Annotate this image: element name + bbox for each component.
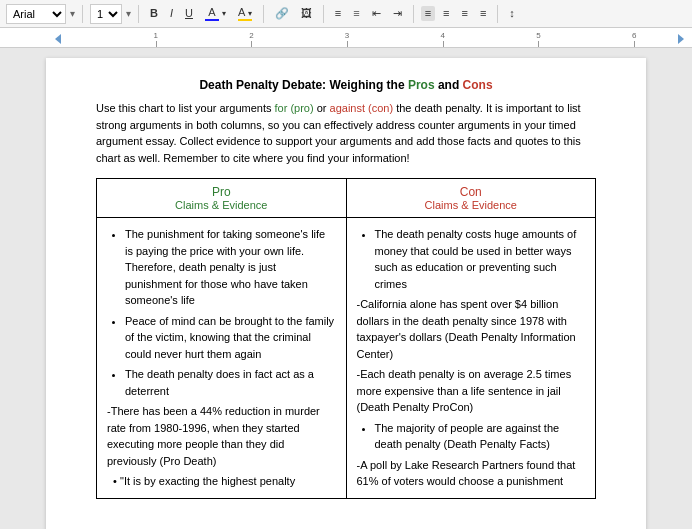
ruler-inner: 123456 — [60, 28, 682, 47]
intro-against-text: against (con) — [330, 102, 394, 114]
align-right-button[interactable]: ≡ — [458, 6, 472, 21]
document-title: Death Penalty Debate: Weighing the Pros … — [96, 78, 596, 92]
con-extra-1: -California alone has spent over $4 bill… — [357, 296, 586, 362]
con-extra-2: -Each death penalty is on average 2.5 ti… — [357, 366, 586, 416]
pro-column-header: Pro Claims & Evidence — [97, 179, 347, 218]
font-family-select[interactable]: Arial — [6, 4, 66, 24]
font-size-select[interactable]: 11 — [90, 4, 122, 24]
title-start: Death Penalty Debate: Weighing the — [199, 78, 407, 92]
font-size-dropdown-arrow: ▾ — [126, 8, 131, 19]
underline-button[interactable]: U — [181, 6, 197, 21]
pro-column-content: The punishment for taking someone's life… — [97, 218, 347, 499]
toolbar-separator-6 — [497, 5, 498, 23]
font-family-dropdown-arrow: ▾ — [70, 8, 75, 19]
con-column-content: The death penalty costs huge amounts of … — [346, 218, 596, 499]
pro-extra-1: -There has been a 44% reduction in murde… — [107, 403, 336, 469]
list-item: The majority of people are against the d… — [375, 420, 586, 453]
ruler-tick — [443, 41, 444, 47]
title-and: and — [435, 78, 463, 92]
indent-increase-button[interactable]: ⇥ — [389, 6, 406, 21]
intro-mid-text: or — [314, 102, 330, 114]
debate-table: Pro Claims & Evidence Con Claims & Evide… — [96, 178, 596, 499]
list-ordered-button[interactable]: ≡ — [331, 6, 345, 21]
page: Death Penalty Debate: Weighing the Pros … — [46, 58, 646, 529]
ruler-label: 1 — [153, 31, 157, 40]
document-intro: Use this chart to list your arguments fo… — [96, 100, 596, 166]
intro-for-text: for (pro) — [275, 102, 314, 114]
list-unordered-button[interactable]: ≡ — [349, 6, 363, 21]
ruler-tick — [251, 41, 252, 47]
con-column-header: Con Claims & Evidence — [346, 179, 596, 218]
ruler-label: 6 — [632, 31, 636, 40]
image-button[interactable]: 🖼 — [297, 6, 316, 21]
title-pros: Pros — [408, 78, 435, 92]
align-left-button[interactable]: ≡ — [421, 6, 435, 21]
ruler-label: 5 — [536, 31, 540, 40]
align-justify-button[interactable]: ≡ — [476, 6, 490, 21]
highlight-button[interactable]: A ▾ — [234, 5, 256, 23]
toolbar-separator-3 — [263, 5, 264, 23]
intro-text-start: Use this chart to list your arguments — [96, 102, 275, 114]
con-extra-3: -A poll by Lake Research Partners found … — [357, 457, 586, 490]
italic-button[interactable]: I — [166, 6, 177, 21]
toolbar-separator-5 — [413, 5, 414, 23]
toolbar-separator-2 — [138, 5, 139, 23]
toolbar: Arial ▾ 11 ▾ B I U A ▾ A ▾ 🔗 🖼 ≡ ≡ ⇤ ⇥ ≡… — [0, 0, 692, 28]
font-color-icon: A — [205, 7, 219, 21]
font-color-dropdown-arrow: ▾ — [222, 9, 226, 18]
list-item: The punishment for taking someone's life… — [125, 226, 336, 309]
title-cons: Cons — [463, 78, 493, 92]
toolbar-separator-1 — [82, 5, 83, 23]
ruler: 123456 — [0, 28, 692, 48]
con-header-label: Con — [357, 185, 586, 199]
ruler-label: 2 — [249, 31, 253, 40]
con-subheader-label: Claims & Evidence — [357, 199, 586, 211]
link-button[interactable]: 🔗 — [271, 6, 293, 21]
line-spacing-button[interactable]: ↕ — [505, 6, 519, 21]
ruler-label: 4 — [441, 31, 445, 40]
font-color-button[interactable]: A ▾ — [201, 5, 230, 23]
con-bullet-list: The death penalty costs huge amounts of … — [357, 226, 586, 292]
list-item: The death penalty does in fact act as a … — [125, 366, 336, 399]
pro-subheader-label: Claims & Evidence — [107, 199, 336, 211]
bold-button[interactable]: B — [146, 6, 162, 21]
pro-bullet-list: The punishment for taking someone's life… — [107, 226, 336, 399]
pro-header-label: Pro — [107, 185, 336, 199]
con-bullet-list-2: The majority of people are against the d… — [357, 420, 586, 453]
highlight-icon: A — [238, 6, 245, 18]
align-center-button[interactable]: ≡ — [439, 6, 453, 21]
ruler-label: 3 — [345, 31, 349, 40]
list-item: Peace of mind can be brought to the fami… — [125, 313, 336, 363]
ruler-tick — [156, 41, 157, 47]
list-item: The death penalty costs huge amounts of … — [375, 226, 586, 292]
ruler-tick — [538, 41, 539, 47]
indent-decrease-button[interactable]: ⇤ — [368, 6, 385, 21]
ruler-tick — [347, 41, 348, 47]
ruler-tick — [634, 41, 635, 47]
toolbar-separator-4 — [323, 5, 324, 23]
document-area: Death Penalty Debate: Weighing the Pros … — [0, 48, 692, 529]
highlight-dropdown-arrow: ▾ — [248, 9, 252, 18]
pro-extra-2: • "It is by exacting the highest penalty — [107, 473, 336, 490]
